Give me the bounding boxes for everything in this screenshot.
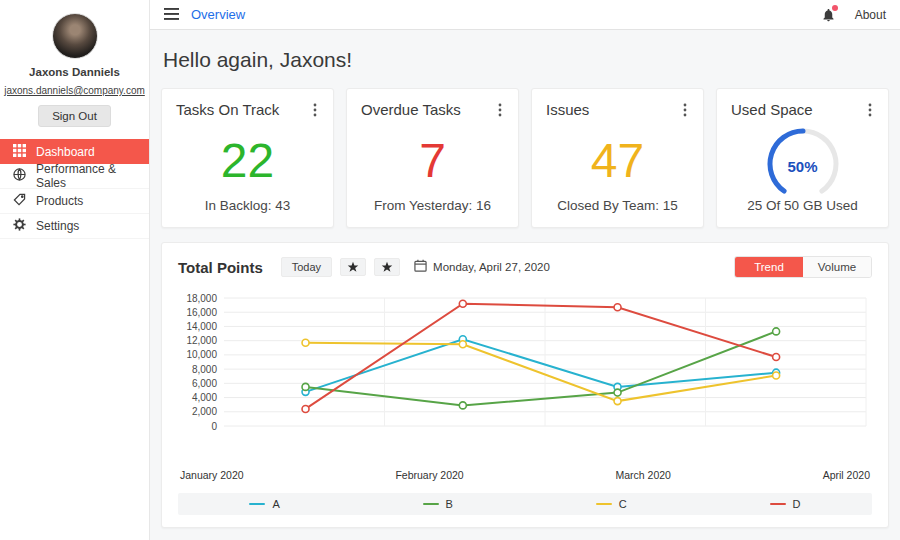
total-points-card: Total Points Today Monday, April 27, 202…: [161, 242, 889, 528]
hamburger-menu-icon[interactable]: [164, 6, 179, 24]
grid-icon: [13, 144, 26, 160]
sidebar-item-products[interactable]: Products: [0, 189, 149, 214]
sidebar-menu: Dashboard Performance & Sales Products S…: [0, 139, 149, 239]
trend-button[interactable]: Trend: [735, 257, 803, 277]
legend-item-d[interactable]: D: [770, 498, 801, 510]
chart-header: Total Points Today Monday, April 27, 202…: [178, 256, 872, 278]
card-overdue-tasks: Overdue Tasks 7 From Yesterday: 16: [346, 88, 519, 228]
stat-value: 7: [361, 123, 504, 198]
kebab-menu-icon[interactable]: [311, 101, 319, 123]
star-next-button[interactable]: [374, 258, 400, 276]
about-link[interactable]: About: [855, 8, 886, 22]
sidebar-item-label: Products: [36, 194, 83, 208]
sidebar: Jaxons Danniels jaxons.danniels@company.…: [0, 0, 150, 540]
legend-label: B: [446, 498, 453, 510]
svg-text:2,000: 2,000: [192, 406, 217, 417]
sidebar-item-label: Settings: [36, 219, 79, 233]
stat-footer: Closed By Team: 15: [546, 198, 689, 215]
trend-volume-toggle: Trend Volume: [734, 256, 872, 278]
x-axis-label: April 2020: [823, 469, 870, 481]
main-area: Overview About Hello again, Jaxons! Task…: [150, 0, 900, 540]
legend-swatch: [423, 503, 439, 506]
legend-label: A: [272, 498, 279, 510]
card-used-space: Used Space 50% 25 Of 50 GB Used: [716, 88, 889, 228]
profile-name: Jaxons Danniels: [0, 66, 149, 78]
stat-footer: 25 Of 50 GB Used: [731, 198, 874, 215]
legend-item-c[interactable]: C: [596, 498, 627, 510]
app-window: Jaxons Danniels jaxons.danniels@company.…: [0, 0, 900, 540]
gear-icon: [13, 218, 26, 234]
sidebar-item-dashboard[interactable]: Dashboard: [0, 139, 149, 164]
page-title: Hello again, Jaxons!: [163, 48, 889, 72]
avatar: [52, 13, 98, 59]
card-title: Issues: [546, 101, 589, 118]
chart-title: Total Points: [178, 259, 263, 276]
sidebar-item-performance-sales[interactable]: Performance & Sales: [0, 164, 149, 189]
legend-item-b[interactable]: B: [423, 498, 453, 510]
date-label: Monday, April 27, 2020: [433, 261, 550, 273]
svg-text:6,000: 6,000: [192, 378, 217, 389]
stat-footer: In Backlog: 43: [176, 198, 319, 215]
notifications-bell-icon[interactable]: [821, 7, 837, 23]
star-prev-button[interactable]: [340, 258, 366, 276]
stat-value: 47: [546, 123, 689, 198]
used-space-gauge: 50%: [731, 123, 874, 198]
calendar-icon: [414, 258, 427, 276]
tag-icon: [13, 193, 26, 209]
x-axis-label: March 2020: [615, 469, 670, 481]
svg-text:10,000: 10,000: [186, 349, 217, 360]
card-title: Tasks On Track: [176, 101, 279, 118]
legend-label: C: [619, 498, 627, 510]
topbar: Overview About: [150, 0, 900, 30]
chart-x-axis-labels: January 2020 February 2020 March 2020 Ap…: [178, 469, 872, 481]
svg-text:12,000: 12,000: [186, 335, 217, 346]
profile-section: Jaxons Danniels jaxons.danniels@company.…: [0, 0, 149, 127]
kebab-menu-icon[interactable]: [866, 101, 874, 123]
x-axis-label: February 2020: [395, 469, 463, 481]
svg-text:14,000: 14,000: [186, 321, 217, 332]
kebab-menu-icon[interactable]: [681, 101, 689, 123]
legend-swatch: [596, 503, 612, 506]
stat-value: 22: [176, 123, 319, 198]
svg-text:4,000: 4,000: [192, 392, 217, 403]
stat-footer: From Yesterday: 16: [361, 198, 504, 215]
legend-swatch: [249, 503, 265, 506]
profile-email-link[interactable]: jaxons.danniels@company.com: [0, 85, 149, 96]
svg-text:16,000: 16,000: [186, 307, 217, 318]
svg-text:18,000: 18,000: [186, 293, 217, 304]
x-axis-label: January 2020: [180, 469, 244, 481]
kebab-menu-icon[interactable]: [496, 101, 504, 123]
card-title: Used Space: [731, 101, 813, 118]
chart-legend: ABCD: [178, 493, 872, 515]
card-tasks-on-track: Tasks On Track 22 In Backlog: 43: [161, 88, 334, 228]
stat-cards-row: Tasks On Track 22 In Backlog: 43 Overdue…: [161, 88, 889, 228]
card-title: Overdue Tasks: [361, 101, 461, 118]
globe-icon: [13, 168, 26, 184]
legend-label: D: [793, 498, 801, 510]
sidebar-item-label: Dashboard: [36, 145, 95, 159]
overview-link[interactable]: Overview: [191, 7, 245, 22]
content: Hello again, Jaxons! Tasks On Track 22 I…: [150, 30, 900, 540]
svg-text:0: 0: [211, 421, 217, 432]
sidebar-item-settings[interactable]: Settings: [0, 214, 149, 239]
notification-dot: [832, 5, 838, 11]
legend-item-a[interactable]: A: [249, 498, 279, 510]
date-picker[interactable]: Monday, April 27, 2020: [414, 258, 550, 276]
line-chart: 02,0004,0006,0008,00010,00012,00014,0001…: [178, 290, 872, 456]
legend-swatch: [770, 503, 786, 506]
gauge-percent-label: 50%: [787, 158, 817, 175]
svg-text:8,000: 8,000: [192, 364, 217, 375]
today-button[interactable]: Today: [281, 257, 332, 277]
volume-button[interactable]: Volume: [803, 257, 871, 277]
card-issues: Issues 47 Closed By Team: 15: [531, 88, 704, 228]
sidebar-item-label: Performance & Sales: [36, 162, 149, 190]
sign-out-button[interactable]: Sign Out: [38, 105, 111, 127]
